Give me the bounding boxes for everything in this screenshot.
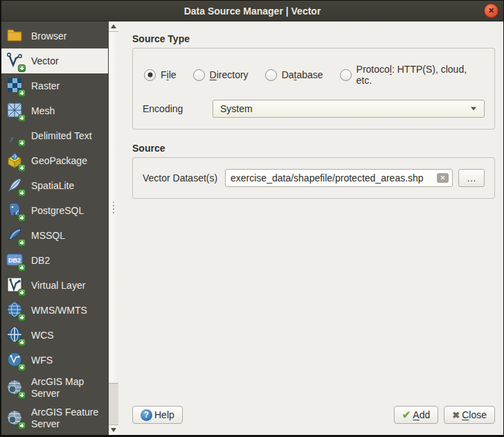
sidebar-item-mssql[interactable]: MSSQL	[1, 223, 108, 248]
plus-badge-icon	[18, 339, 26, 346]
plus-badge-icon	[18, 189, 26, 197]
help-icon: ?	[141, 409, 152, 421]
plus-badge-icon	[18, 139, 26, 147]
plus-badge-icon	[18, 264, 26, 271]
source-groupbox: Vector Dataset(s) ✕ …	[132, 157, 495, 199]
plus-badge-icon	[18, 364, 26, 371]
scrollbar-track[interactable]	[109, 384, 118, 425]
browse-button[interactable]: …	[458, 169, 485, 187]
source-type-options: File Directory Database Protocol: HTTP(S…	[144, 64, 483, 86]
sidebar-item-geopackage[interactable]: GeoPackage	[1, 148, 108, 173]
sidebar-item-wfs[interactable]: WFS	[1, 348, 108, 373]
encoding-row: Encoding System	[143, 100, 485, 118]
encoding-label: Encoding	[143, 103, 213, 114]
scrollbar-down-icon	[111, 428, 116, 432]
source-type-heading: Source Type	[132, 33, 495, 44]
arcgis-map-icon	[6, 379, 24, 397]
sidebar-item-delimited-text[interactable]: , Delimited Text	[1, 123, 108, 148]
sidebar-item-label: WMS/WMTS	[31, 305, 87, 316]
empty-area	[132, 212, 495, 406]
clear-input-button[interactable]: ✕	[437, 173, 449, 183]
plus-badge-icon	[18, 289, 26, 296]
scrollbar-thumb[interactable]	[109, 32, 118, 384]
sidebar-item-geonode[interactable]: GeoNode	[1, 434, 108, 435]
sidebar-item-raster[interactable]: Raster	[1, 73, 108, 98]
sidebar-tab-list: Browser Vector Raster	[1, 21, 108, 435]
wcs-icon	[6, 326, 24, 344]
vector-dataset-input-wrap: ✕	[225, 169, 453, 187]
sidebar-item-arcgis-feature-server[interactable]: ArcGIS Feature Server	[1, 403, 108, 434]
data-source-manager-dialog: Data Source Manager | Vector ✕ Browser	[0, 0, 504, 437]
mssql-icon	[6, 226, 24, 244]
plus-badge-icon	[18, 164, 26, 172]
sidebar-item-browser[interactable]: Browser	[1, 24, 108, 48]
scrollbar-down-button[interactable]	[109, 425, 118, 435]
sidebar-item-db2[interactable]: DB2 DB2	[1, 248, 108, 273]
sidebar-item-label: WFS	[31, 355, 53, 366]
postgresql-icon	[6, 202, 24, 220]
scrollbar-up-icon	[111, 24, 116, 28]
titlebar[interactable]: Data Source Manager | Vector ✕	[1, 1, 503, 21]
db2-icon: DB2	[6, 251, 24, 269]
x-icon: ✖	[452, 410, 460, 420]
plus-badge-icon	[18, 64, 26, 72]
dialog-body: Browser Vector Raster	[1, 21, 503, 435]
sidebar: Browser Vector Raster	[1, 21, 118, 435]
radio-database[interactable]: Database	[265, 69, 323, 81]
wfs-icon	[6, 351, 24, 369]
radio-database-indicator	[265, 69, 277, 81]
vector-panel: Source Type File Directory Database	[118, 21, 503, 435]
radio-file-indicator	[144, 69, 156, 81]
close-button[interactable]: ✕	[484, 3, 498, 18]
sidebar-item-virtual-layer[interactable]: Virtual Layer	[1, 273, 108, 298]
radio-directory-indicator	[193, 69, 205, 81]
sidebar-item-mesh[interactable]: Mesh	[1, 98, 108, 123]
footer: ?Help ✔ Add ✖ Close	[132, 406, 495, 424]
plus-badge-icon	[18, 114, 26, 122]
sidebar-item-label: GeoPackage	[31, 155, 87, 167]
sidebar-item-label: Virtual Layer	[31, 280, 85, 292]
radio-protocol[interactable]: Protocol: HTTP(S), cloud, etc.	[340, 64, 483, 86]
virtual-layer-icon	[6, 276, 24, 294]
sidebar-item-label: MSSQL	[31, 230, 65, 242]
plus-badge-icon	[18, 391, 26, 399]
folder-icon	[6, 27, 24, 45]
svg-text:,: ,	[9, 127, 16, 143]
sidebar-item-label: SpatiaLite	[31, 180, 74, 192]
radio-directory[interactable]: Directory	[193, 69, 249, 81]
vector-dataset-input[interactable]	[225, 169, 453, 187]
sidebar-item-label: ArcGIS Feature Server	[31, 407, 107, 430]
window-title: Data Source Manager | Vector	[1, 6, 503, 17]
spatialite-icon	[6, 177, 24, 195]
sidebar-item-spatialite[interactable]: SpatiaLite	[1, 173, 108, 198]
plus-badge-icon	[18, 89, 26, 97]
sidebar-item-wms-wmts[interactable]: WMS/WMTS	[1, 298, 108, 323]
sidebar-item-label: Vector	[31, 55, 59, 67]
clear-icon: ✕	[440, 175, 446, 181]
source-type-groupbox: File Directory Database Protocol: HTTP(S…	[132, 48, 495, 130]
radio-file[interactable]: File	[144, 69, 177, 81]
help-button[interactable]: ?Help	[132, 406, 183, 424]
sidebar-item-label: Raster	[31, 80, 60, 92]
vector-icon	[6, 52, 24, 70]
sidebar-item-wcs[interactable]: WCS	[1, 323, 108, 348]
scrollbar-up-button[interactable]	[109, 21, 118, 32]
source-heading: Source	[132, 143, 495, 154]
sidebar-item-postgresql[interactable]: PostgreSQL	[1, 198, 108, 223]
checkmark-icon: ✔	[402, 409, 411, 421]
wms-wmts-icon	[6, 301, 24, 319]
geopackage-icon	[6, 152, 24, 170]
vector-dataset-label: Vector Dataset(s)	[143, 172, 225, 184]
svg-text:DB2: DB2	[8, 257, 21, 264]
sidebar-item-arcgis-map-server[interactable]: ArcGIS Map Server	[1, 373, 108, 403]
close-icon: ✕	[488, 6, 494, 15]
sidebar-item-vector[interactable]: Vector	[1, 48, 108, 73]
sidebar-item-label: WCS	[31, 330, 54, 341]
sidebar-item-label: Delimited Text	[31, 130, 92, 142]
radio-protocol-indicator	[340, 69, 352, 81]
chevron-down-icon	[471, 107, 476, 111]
encoding-select[interactable]: System	[213, 100, 485, 118]
close-dialog-button[interactable]: ✖ Close	[444, 406, 495, 424]
add-button[interactable]: ✔ Add	[394, 406, 439, 424]
raster-icon	[6, 77, 24, 95]
